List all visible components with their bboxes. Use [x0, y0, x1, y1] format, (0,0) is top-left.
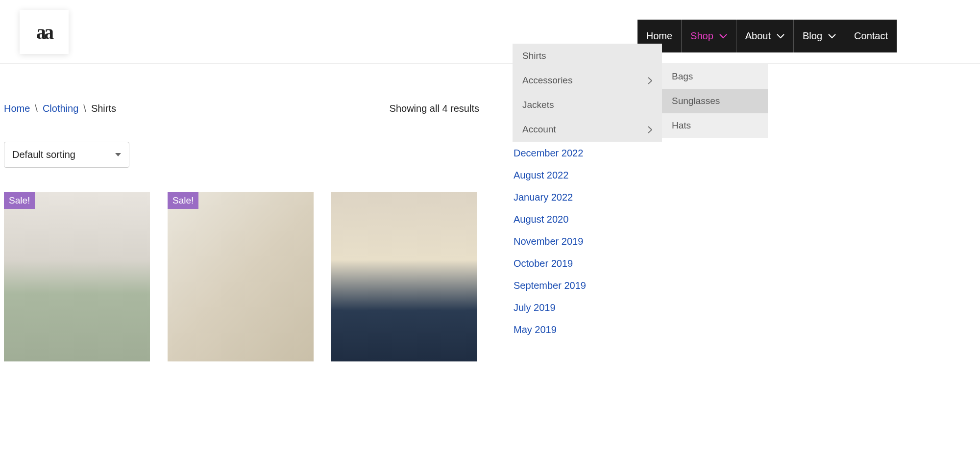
main-nav: Home Shop About Blog Contact	[637, 20, 897, 52]
archive-item: August 2020	[514, 214, 976, 225]
nav-blog-label: Blog	[803, 30, 822, 42]
breadcrumb: Home \ Clothing \ Shirts	[4, 103, 116, 114]
accessories-submenu: Bags Sunglasses Hats	[662, 64, 768, 138]
nav-home-label: Home	[646, 30, 672, 42]
breadcrumb-home[interactable]: Home	[4, 103, 30, 114]
breadcrumb-clothing[interactable]: Clothing	[43, 103, 78, 114]
chevron-down-icon	[828, 34, 836, 39]
archive-item: December 2022	[514, 148, 976, 159]
product-card[interactable]: Sale!	[168, 192, 314, 361]
chevron-right-icon	[648, 126, 652, 133]
product-image	[4, 192, 150, 361]
archive-list: August 2023 December 2022 August 2022 Ja…	[514, 126, 976, 335]
chevron-down-icon	[719, 34, 727, 39]
dropdown-item-shirts[interactable]: Shirts	[513, 44, 662, 68]
dropdown-triangle-icon	[115, 153, 121, 156]
chevron-down-icon	[777, 34, 784, 39]
dropdown-label: Jackets	[522, 100, 554, 110]
breadcrumb-current: Shirts	[91, 103, 116, 114]
dropdown-label: Accessories	[522, 75, 572, 86]
submenu-item-sunglasses[interactable]: Sunglasses	[662, 89, 768, 113]
archive-link[interactable]: August 2020	[514, 214, 568, 225]
listing-header: Home \ Clothing \ Shirts Showing all 4 r…	[4, 103, 479, 114]
breadcrumb-separator: \	[35, 103, 38, 114]
nav-contact-label: Contact	[854, 30, 888, 42]
submenu-item-hats[interactable]: Hats	[662, 113, 768, 138]
dropdown-label: Shirts	[522, 51, 546, 61]
archive-item: November 2019	[514, 236, 976, 247]
archive-link[interactable]: December 2022	[514, 148, 583, 158]
nav-shop-label: Shop	[690, 30, 713, 42]
archive-item: August 2022	[514, 170, 976, 181]
nav-blog[interactable]: Blog	[794, 20, 845, 52]
dropdown-item-account[interactable]: Account	[513, 117, 662, 142]
sort-dropdown[interactable]: Default sorting	[4, 142, 129, 168]
product-card[interactable]: Sale!	[4, 192, 150, 361]
main-content: Home \ Clothing \ Shirts Showing all 4 r…	[0, 64, 980, 361]
product-listing: Home \ Clothing \ Shirts Showing all 4 r…	[4, 103, 479, 361]
archive-link[interactable]: September 2019	[514, 280, 586, 291]
dropdown-item-jackets[interactable]: Jackets	[513, 93, 662, 117]
product-image	[168, 192, 314, 361]
archive-sidebar: A August 2023 December 2022 August 2022 …	[514, 103, 976, 361]
chevron-right-icon	[648, 77, 652, 84]
nav-shop[interactable]: Shop	[682, 20, 736, 52]
nav-about[interactable]: About	[736, 20, 794, 52]
site-logo[interactable]: aa	[20, 10, 69, 54]
archive-link[interactable]: August 2022	[514, 170, 568, 180]
archive-link[interactable]: October 2019	[514, 258, 573, 269]
dropdown-item-accessories[interactable]: Accessories	[513, 68, 662, 93]
site-header: aa Home Shop About Blog Contact	[0, 0, 980, 64]
submenu-label: Bags	[672, 71, 693, 81]
archive-item: October 2019	[514, 258, 976, 269]
nav-about-label: About	[745, 30, 771, 42]
submenu-label: Hats	[672, 120, 691, 130]
submenu-label: Sunglasses	[672, 96, 720, 106]
submenu-item-bags[interactable]: Bags	[662, 64, 768, 89]
archive-link[interactable]: November 2019	[514, 236, 583, 247]
breadcrumb-separator: \	[83, 103, 86, 114]
shop-dropdown: Shirts Accessories Jackets Account	[513, 44, 662, 142]
archive-link[interactable]: May 2019	[514, 324, 557, 335]
result-count: Showing all 4 results	[390, 103, 479, 114]
archive-item: January 2022	[514, 192, 976, 203]
archive-item: July 2019	[514, 302, 976, 313]
archive-item: May 2019	[514, 324, 976, 335]
product-image	[331, 192, 477, 361]
product-grid: Sale! Sale!	[4, 192, 479, 361]
archive-item: September 2019	[514, 280, 976, 291]
sale-badge: Sale!	[168, 192, 198, 209]
archive-link[interactable]: January 2022	[514, 192, 573, 203]
logo-text: aa	[36, 21, 52, 44]
sort-label: Default sorting	[12, 149, 75, 160]
dropdown-label: Account	[522, 124, 556, 135]
product-card[interactable]	[331, 192, 477, 361]
archive-link[interactable]: July 2019	[514, 302, 556, 313]
sale-badge: Sale!	[4, 192, 35, 209]
nav-contact[interactable]: Contact	[845, 20, 897, 52]
